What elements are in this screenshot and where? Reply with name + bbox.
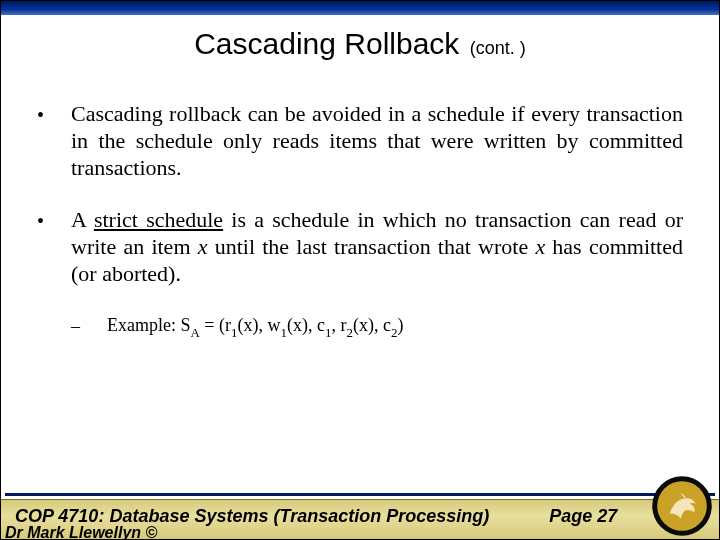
subscript: 1: [280, 325, 286, 340]
text-span: (x), c: [353, 315, 391, 335]
text-span: ): [397, 315, 403, 335]
italic-var: x: [535, 234, 545, 259]
page-number: Page 27: [549, 506, 617, 527]
sub-bullet-item: – Example: SA = (r1(x), w1(x), c1, r2(x)…: [71, 314, 683, 340]
bullet-marker: •: [37, 101, 71, 181]
bullet-marker: •: [37, 207, 71, 287]
subscript: 1: [325, 325, 331, 340]
ucf-pegasus-logo-icon: [651, 475, 713, 537]
sub-bullet-marker: –: [71, 314, 107, 340]
text-span: until the last transaction that wrote: [207, 234, 535, 259]
text-span: = (r: [200, 315, 231, 335]
subscript: 1: [231, 325, 237, 340]
subscript: A: [191, 325, 200, 340]
footer-divider: [5, 493, 715, 496]
bullet-text: A strict schedule is a schedule in which…: [71, 207, 683, 287]
underlined-term: strict schedule: [94, 207, 223, 232]
title-cont: (cont. ): [470, 38, 526, 58]
bullet-item: • Cascading rollback can be avoided in a…: [37, 101, 683, 181]
example-label: Example: S: [107, 315, 191, 335]
slide: Cascading Rollback (cont. ) • Cascading …: [0, 0, 720, 540]
title-main: Cascading Rollback: [194, 27, 459, 60]
top-accent-bar: [1, 1, 719, 15]
text-span: , r: [331, 315, 346, 335]
text-span: (x), c: [287, 315, 325, 335]
slide-title: Cascading Rollback (cont. ): [1, 27, 719, 61]
example-text: Example: SA = (r1(x), w1(x), c1, r2(x), …: [107, 314, 683, 340]
subscript: 2: [391, 325, 397, 340]
bullet-item: • A strict schedule is a schedule in whi…: [37, 207, 683, 287]
author-credit: Dr Mark Llewellyn ©: [5, 525, 157, 540]
bullet-text: Cascading rollback can be avoided in a s…: [71, 101, 683, 181]
slide-content: • Cascading rollback can be avoided in a…: [37, 101, 683, 340]
subscript: 2: [346, 325, 352, 340]
text-span: (x), w: [237, 315, 280, 335]
text-span: A: [71, 207, 94, 232]
